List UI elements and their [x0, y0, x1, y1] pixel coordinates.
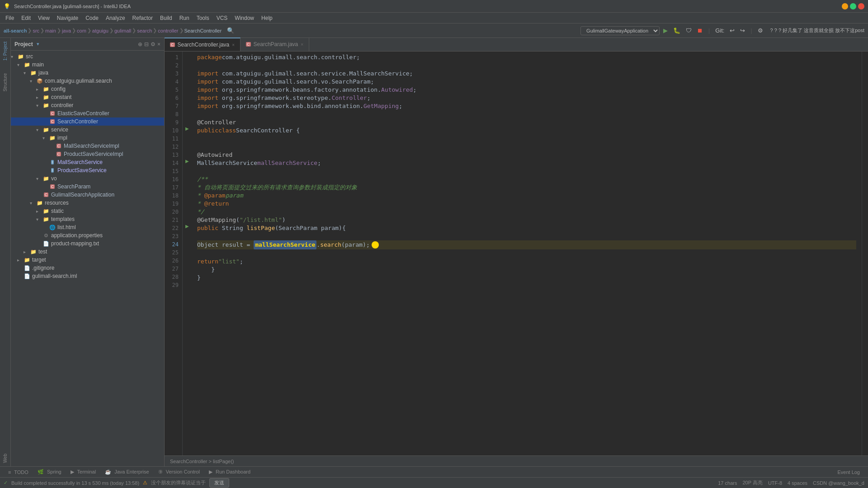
code-line-12 [197, 143, 856, 151]
menu-code[interactable]: Code [82, 14, 102, 22]
structure-tab[interactable]: Structure [2, 71, 9, 94]
tree-item-config[interactable]: ▸📁config [11, 85, 164, 93]
tree-item-mallsearchserviceimpl[interactable]: CMallSearchServiceImpl [11, 142, 164, 150]
menu-run[interactable]: Run [176, 14, 193, 22]
tree-label: SearchParam [57, 183, 90, 190]
breadcrumb-main[interactable]: main [45, 28, 56, 33]
tab-searchcontroller[interactable]: C SearchController.java × [165, 38, 241, 51]
undo-btn[interactable]: ↩ [728, 26, 736, 35]
menu-build[interactable]: Build [156, 14, 176, 22]
web-tab[interactable]: Web [2, 452, 9, 465]
tree-item-com-atguigu-gulimall-search[interactable]: ▾📦com.atguigu.gulimall.search [11, 77, 164, 85]
tree-label: MallSearchService [57, 159, 103, 165]
project-tab[interactable]: 1: Project [2, 40, 9, 62]
tree-item-product-mapping-txt[interactable]: 📄product-mapping.txt [11, 239, 164, 248]
panel-dropdown[interactable]: ▾ [37, 41, 39, 47]
tree-item-resources[interactable]: ▾📁resources [11, 199, 164, 207]
tree-item-templates[interactable]: ▾📁templates [11, 215, 164, 223]
tree-item-service[interactable]: ▾📁service [11, 126, 164, 134]
tree-item-vo[interactable]: ▾📁vo [11, 174, 164, 183]
tree-icon-text: 📄 [42, 240, 50, 247]
tree-item-impl[interactable]: ▾📁impl [11, 134, 164, 142]
breadcrumb-allsearch[interactable]: all-search [4, 28, 27, 33]
breadcrumb-search[interactable]: search [137, 28, 152, 33]
tree-item-searchparam[interactable]: CSearchParam [11, 183, 164, 191]
breadcrumb-atguigu[interactable]: atguigu [92, 28, 108, 33]
maximize-button[interactable] [850, 3, 856, 9]
tree-item-productsaveservice[interactable]: IProductSaveService [11, 166, 164, 174]
breadcrumb-gulimall[interactable]: gulimall [114, 28, 131, 33]
collapse-all-btn[interactable]: ⊟ [144, 41, 149, 47]
menu-tools[interactable]: Tools [193, 14, 213, 22]
tab-java-enterprise[interactable]: ☕ Java Enterprise [100, 468, 154, 476]
tree-item-test[interactable]: ▸📁test [11, 248, 164, 256]
send-button[interactable]: 发送 [209, 478, 229, 488]
line-number-28: 28 [165, 273, 179, 281]
tree-icon-interface: I [49, 159, 56, 166]
tree-item-gulimallsearchapplication[interactable]: CGulimallSearchApplication [11, 191, 164, 199]
tab-todo[interactable]: ≡ TODO [4, 469, 33, 476]
spring-label: Spring [47, 469, 61, 474]
run-config-select[interactable]: GulimallGatewayApplication [580, 26, 660, 35]
tree-item-target[interactable]: ▸📁target [11, 256, 164, 264]
tab-terminal[interactable]: ▶ Terminal [66, 468, 100, 476]
gutter-line-4 [183, 76, 192, 84]
menu-window[interactable]: Window [231, 14, 258, 22]
tree-item-elasticsavecontroller[interactable]: CElasticSaveController [11, 109, 164, 117]
menu-view[interactable]: View [34, 14, 53, 22]
menu-refactor[interactable]: Refactor [129, 14, 156, 22]
sync-tree-btn[interactable]: ⊕ [138, 41, 142, 47]
close-panel-btn[interactable]: × [157, 41, 160, 47]
tree-item-application-properties[interactable]: ⚙application.properties [11, 231, 164, 239]
redo-btn[interactable]: ↪ [738, 26, 747, 35]
menu-analyze[interactable]: Analyze [102, 14, 129, 22]
breadcrumb-java[interactable]: java [62, 28, 71, 33]
tree-item--gitignore[interactable]: 📄.gitignore [11, 264, 164, 272]
tab-close-searchparam[interactable]: × [301, 42, 303, 47]
tab-close-searchcontroller[interactable]: × [232, 42, 235, 47]
tab-run-dashboard[interactable]: ▶ Run Dashboard [204, 468, 255, 476]
gutter-line-18 [183, 190, 192, 198]
run-button[interactable]: ▶ [661, 26, 670, 35]
close-button[interactable] [858, 3, 864, 9]
menu-vcs[interactable]: VCS [213, 14, 231, 22]
settings-panel-btn[interactable]: ⚙ [151, 41, 156, 47]
gutter-line-11 [183, 133, 192, 141]
menu-file[interactable]: File [2, 14, 18, 22]
tree-icon-class: C [49, 183, 56, 190]
breadcrumb-com[interactable]: com [77, 28, 86, 33]
tree-item-main[interactable]: ▾📁main [11, 61, 164, 69]
menu-edit[interactable]: Edit [18, 14, 34, 22]
settings-btn[interactable]: ⚙ [756, 26, 765, 35]
tree-item-searchcontroller[interactable]: CSearchController [11, 117, 164, 126]
tree-item-mallsearchservice[interactable]: IMallSearchService [11, 158, 164, 166]
tab-searchparam[interactable]: C SearchParam.java × [241, 38, 309, 51]
git-btn[interactable]: Git: [713, 26, 726, 35]
tree-item-constant[interactable]: ▸📁constant [11, 93, 164, 101]
status-bar: ✓ Build completed successfully in 13 s 5… [0, 477, 868, 488]
breadcrumb-controller[interactable]: controller [158, 28, 178, 33]
tree-item-productsaveserviceimpl[interactable]: CProductSaveServiceImpl [11, 150, 164, 158]
debug-button[interactable]: 🐛 [671, 26, 682, 35]
stop-button[interactable]: ⏹ [695, 26, 705, 35]
tab-spring[interactable]: 🌿 Spring [33, 468, 66, 476]
tree-arrow: ▾ [36, 176, 42, 181]
tab-event-log[interactable]: Event Log [833, 469, 864, 476]
minimize-button[interactable] [842, 3, 848, 9]
breadcrumb-src[interactable]: src [33, 28, 39, 33]
run-with-coverage[interactable]: 🛡 [684, 26, 693, 35]
breadcrumb-searchcontroller[interactable]: SearchController [184, 28, 222, 33]
tab-label-searchcontroller: SearchController.java [178, 42, 230, 48]
tree-arrow: ▾ [24, 70, 30, 75]
menu-help[interactable]: Help [258, 14, 276, 22]
tree-item-controller[interactable]: ▾📁controller [11, 101, 164, 109]
tree-item-gulimall-search-iml[interactable]: 📄gulimall-search.iml [11, 272, 164, 280]
tab-version-control[interactable]: ⑨ Version Control [154, 468, 204, 476]
tree-item-src[interactable]: ▾📁src [11, 52, 164, 61]
search-everywhere-btn[interactable]: 🔍 [225, 26, 236, 35]
code-content[interactable]: package com.atguigu.gulimall.search.cont… [192, 52, 862, 455]
tree-item-static[interactable]: ▸📁static [11, 207, 164, 215]
tree-item-list-html[interactable]: 🌐list.html [11, 223, 164, 231]
tree-item-java[interactable]: ▾📁java [11, 69, 164, 77]
menu-navigate[interactable]: Navigate [53, 14, 82, 22]
